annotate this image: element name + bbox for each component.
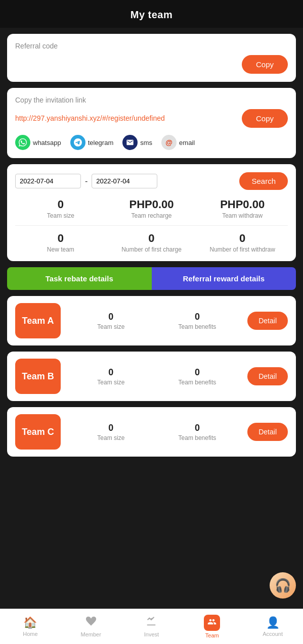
- team-b-badge: Team B: [15, 359, 61, 394]
- content-area: Referral code Copy Copy the invitation l…: [0, 28, 303, 644]
- team-c-stats: 0 Team size 0 Team benefits: [68, 423, 240, 441]
- nav-home-label: Home: [23, 631, 37, 637]
- team-c-detail-button[interactable]: Detail: [247, 423, 288, 441]
- team-recharge-value: PHP0.00: [106, 198, 197, 211]
- team-c-size: 0 Team size: [68, 423, 154, 441]
- nav-account[interactable]: 👤 Account: [242, 609, 303, 644]
- svg-rect-0: [147, 624, 156, 625]
- team-a-card: Team A 0 Team size 0 Team benefits Detai…: [7, 296, 296, 345]
- nav-member-label: Member: [81, 631, 101, 637]
- invite-link-label: Copy the invitation link: [15, 96, 288, 104]
- team-a-benefits-label: Team benefits: [154, 323, 241, 330]
- search-button[interactable]: Search: [239, 172, 288, 190]
- social-share-row: whatsapp telegram sms @: [15, 135, 288, 150]
- team-icon: [204, 615, 220, 631]
- whatsapp-share[interactable]: whatsapp: [15, 135, 61, 150]
- chat-bubble-icon: 🎧: [270, 572, 296, 599]
- team-c-card: Team C 0 Team size 0 Team benefits Detai…: [7, 407, 296, 457]
- stats-card: - Search 0 Team size PHP0.00 Team rechar…: [7, 164, 296, 261]
- referral-code-copy-button[interactable]: Copy: [242, 55, 288, 74]
- team-a-benefits: 0 Team benefits: [154, 312, 241, 330]
- team-b-size-label: Team size: [68, 379, 154, 386]
- tab-row: Task rebate details Referral reward deta…: [7, 267, 296, 290]
- date-to-input[interactable]: [92, 174, 157, 188]
- team-b-benefits-label: Team benefits: [154, 379, 241, 386]
- team-size-label: Team size: [15, 212, 106, 219]
- team-withdraw-label: Team withdraw: [197, 212, 288, 219]
- nav-team[interactable]: Team: [182, 609, 242, 644]
- nav-member[interactable]: Member: [61, 609, 121, 644]
- nav-home[interactable]: 🏠 Home: [0, 609, 61, 644]
- email-icon: @: [161, 135, 177, 150]
- team-recharge-stat: PHP0.00 Team recharge: [106, 198, 197, 219]
- team-a-benefits-value: 0: [154, 312, 241, 322]
- whatsapp-label: whatsapp: [33, 139, 61, 146]
- invite-link-url: http://297.yanshiyanshi.xyz/#/register/u…: [15, 114, 237, 124]
- stats-bottom-grid: 0 New team 0 Number of first charge 0 Nu…: [15, 232, 288, 253]
- first-charge-label: Number of first charge: [106, 246, 197, 253]
- team-a-size-value: 0: [68, 312, 154, 322]
- team-c-benefits-value: 0: [154, 423, 241, 433]
- invest-icon: [146, 616, 157, 630]
- referral-code-label: Referral code: [15, 42, 288, 50]
- date-search-row: - Search: [15, 172, 288, 190]
- tab-task-rebate[interactable]: Task rebate details: [7, 267, 152, 290]
- team-a-size-label: Team size: [68, 323, 154, 330]
- first-charge-value: 0: [106, 232, 197, 245]
- first-withdraw-stat: 0 Number of first withdraw: [197, 232, 288, 253]
- date-dash: -: [85, 177, 88, 186]
- first-withdraw-label: Number of first withdraw: [197, 246, 288, 253]
- team-withdraw-value: PHP0.00: [197, 198, 288, 211]
- invite-link-copy-button[interactable]: Copy: [242, 109, 288, 128]
- team-b-detail-button[interactable]: Detail: [247, 367, 288, 385]
- team-b-stats: 0 Team size 0 Team benefits: [68, 367, 240, 386]
- sms-label: sms: [140, 139, 152, 146]
- first-withdraw-value: 0: [197, 232, 288, 245]
- team-a-size: 0 Team size: [68, 312, 154, 330]
- nav-invest-label: Invest: [144, 631, 159, 637]
- team-c-badge: Team C: [15, 414, 61, 450]
- team-b-benefits-value: 0: [154, 367, 241, 378]
- sms-share[interactable]: sms: [122, 135, 152, 150]
- team-b-size: 0 Team size: [68, 367, 154, 386]
- team-recharge-label: Team recharge: [106, 212, 197, 219]
- chat-bubble[interactable]: 🎧: [270, 572, 296, 599]
- bottom-nav: 🏠 Home Member Invest Team: [0, 609, 303, 644]
- account-icon: 👤: [266, 616, 280, 629]
- team-withdraw-stat: PHP0.00 Team withdraw: [197, 198, 288, 219]
- member-icon: [85, 616, 97, 630]
- email-label: email: [179, 139, 195, 146]
- telegram-share[interactable]: telegram: [70, 135, 114, 150]
- page-title: My team: [0, 0, 303, 28]
- new-team-label: New team: [15, 246, 106, 253]
- date-from-input[interactable]: [15, 174, 81, 188]
- team-b-benefits: 0 Team benefits: [154, 367, 241, 386]
- tab-referral-reward[interactable]: Referral reward details: [152, 267, 296, 290]
- team-a-badge: Team A: [15, 303, 61, 338]
- team-c-size-label: Team size: [68, 434, 154, 441]
- team-b-card: Team B 0 Team size 0 Team benefits Detai…: [7, 352, 296, 401]
- nav-team-label: Team: [205, 632, 219, 638]
- stats-divider: [15, 225, 288, 226]
- team-c-size-value: 0: [68, 423, 154, 433]
- telegram-label: telegram: [88, 139, 114, 146]
- team-a-stats: 0 Team size 0 Team benefits: [68, 312, 240, 330]
- team-c-benefits-label: Team benefits: [154, 434, 241, 441]
- new-team-stat: 0 New team: [15, 232, 106, 253]
- home-icon: 🏠: [23, 616, 37, 629]
- team-b-size-value: 0: [68, 367, 154, 378]
- team-a-detail-button[interactable]: Detail: [247, 312, 288, 330]
- team-c-benefits: 0 Team benefits: [154, 423, 241, 441]
- team-size-value: 0: [15, 198, 106, 211]
- sms-icon: [122, 135, 138, 150]
- first-charge-stat: 0 Number of first charge: [106, 232, 197, 253]
- telegram-icon: [70, 135, 85, 150]
- email-share[interactable]: @ email: [161, 135, 195, 150]
- team-size-stat: 0 Team size: [15, 198, 106, 219]
- new-team-value: 0: [15, 232, 106, 245]
- nav-invest[interactable]: Invest: [121, 609, 182, 644]
- stats-top-grid: 0 Team size PHP0.00 Team recharge PHP0.0…: [15, 198, 288, 219]
- referral-code-card: Referral code Copy: [7, 34, 296, 82]
- whatsapp-icon: [15, 135, 30, 150]
- invite-link-card: Copy the invitation link http://297.yans…: [7, 88, 296, 158]
